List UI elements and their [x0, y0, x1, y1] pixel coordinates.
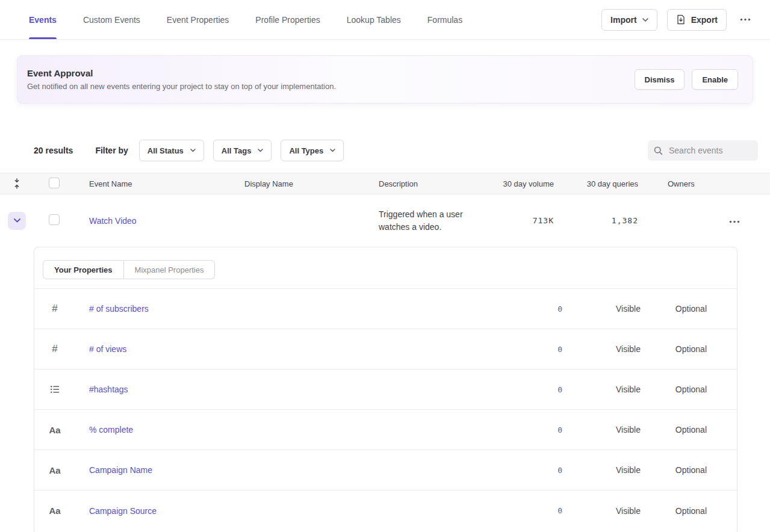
property-row: #hashtags 0 Visible Optional [34, 370, 737, 410]
list-type-icon [48, 385, 62, 394]
property-row: # # of subscribers 0 Visible Optional [34, 289, 737, 329]
property-visibility: Visible [562, 465, 641, 475]
property-visibility: Visible [562, 344, 641, 354]
tags-filter-label: All Tags [222, 146, 252, 155]
table-row: Watch Video Triggered when a user watche… [0, 194, 770, 247]
filter-by-label: Filter by [95, 146, 128, 155]
enable-button[interactable]: Enable [692, 69, 738, 90]
search-events-box [648, 140, 758, 161]
text-type-icon: Aa [48, 506, 62, 516]
ellipsis-icon [729, 220, 740, 223]
status-filter-label: All Status [147, 146, 184, 155]
types-filter-label: All Types [289, 146, 323, 155]
search-icon [654, 146, 663, 155]
chevron-down-icon [14, 218, 20, 223]
tab-event-properties[interactable]: Event Properties [167, 0, 229, 39]
select-all-checkbox[interactable] [49, 178, 60, 188]
chevron-down-icon [642, 18, 648, 22]
property-count: 0 [481, 506, 562, 515]
event-properties-panel: Your Properties Mixpanel Properties # # … [34, 247, 737, 532]
nav-actions: Import Export [601, 9, 754, 31]
event-approval-banner: Event Approval Get notified on all new e… [17, 55, 753, 104]
tab-lookup-tables[interactable]: Lookup Tables [347, 0, 401, 39]
property-name-link[interactable]: Campaign Name [75, 465, 481, 475]
results-count: 20 results [34, 146, 73, 155]
property-count: 0 [481, 466, 562, 475]
property-count: 0 [481, 385, 562, 394]
collapse-row-button[interactable] [8, 212, 26, 230]
property-requirement: Optional [641, 385, 737, 394]
property-count: 0 [481, 305, 562, 314]
column-header-owners[interactable]: Owners [638, 179, 704, 188]
row-checkbox[interactable] [49, 214, 60, 225]
events-table-header: Event Name Display Name Description 30 d… [0, 173, 770, 194]
text-type-icon: Aa [48, 465, 62, 475]
property-requirement: Optional [641, 425, 737, 435]
banner-actions: Dismiss Enable [635, 69, 739, 90]
import-button[interactable]: Import [601, 9, 657, 31]
number-type-icon: # [48, 303, 62, 315]
property-requirement: Optional [641, 465, 737, 475]
property-count: 0 [481, 345, 562, 354]
event-30-day-queries: 1,382 [554, 216, 638, 225]
export-button[interactable]: Export [667, 9, 727, 31]
chevron-down-icon [330, 149, 335, 152]
property-requirement: Optional [641, 304, 737, 314]
collapse-all-icon[interactable] [13, 178, 21, 189]
tab-events[interactable]: Events [29, 0, 57, 39]
property-requirement: Optional [641, 506, 737, 516]
property-visibility: Visible [562, 385, 641, 394]
event-name-link[interactable]: Watch Video [89, 216, 137, 226]
property-row: # # of views 0 Visible Optional [34, 329, 737, 370]
properties-tab-bar: Your Properties Mixpanel Properties [34, 247, 737, 289]
property-name-link[interactable]: #hashtags [75, 385, 481, 394]
banner-description: Get notified on all new events entering … [27, 82, 336, 91]
types-filter-dropdown[interactable]: All Types [281, 140, 344, 161]
property-name-link[interactable]: # of subscribers [75, 304, 481, 314]
ellipsis-icon [740, 18, 751, 21]
property-name-link[interactable]: Campaign Source [75, 506, 481, 516]
banner-text: Event Approval Get notified on all new e… [27, 68, 336, 91]
column-header-event-name[interactable]: Event Name [63, 179, 218, 188]
property-row: Aa Campaign Source 0 Visible Optional [34, 490, 737, 531]
chevron-down-icon [258, 149, 263, 152]
property-name-link[interactable]: % complete [75, 425, 481, 435]
property-row: Aa Campaign Name 0 Visible Optional [34, 450, 737, 490]
top-navigation: Events Custom Events Event Properties Pr… [0, 0, 770, 40]
property-count: 0 [481, 425, 562, 435]
property-name-link[interactable]: # of views [75, 344, 481, 354]
property-row: Aa % complete 0 Visible Optional [34, 410, 737, 450]
export-button-label: Export [691, 15, 718, 25]
event-description: Triggered when a user watches a video. [352, 208, 467, 234]
tab-mixpanel-properties[interactable]: Mixpanel Properties [124, 260, 216, 279]
import-button-label: Import [610, 15, 637, 25]
property-visibility: Visible [562, 506, 641, 516]
column-header-display-name[interactable]: Display Name [218, 179, 352, 188]
tab-profile-properties[interactable]: Profile Properties [255, 0, 320, 39]
dismiss-button[interactable]: Dismiss [635, 69, 685, 90]
property-requirement: Optional [641, 344, 737, 354]
tab-custom-events[interactable]: Custom Events [83, 0, 140, 39]
number-type-icon: # [48, 343, 62, 355]
tab-your-properties[interactable]: Your Properties [43, 260, 124, 279]
column-header-description[interactable]: Description [352, 179, 467, 188]
tab-formulas[interactable]: Formulas [427, 0, 462, 39]
banner-title: Event Approval [27, 68, 336, 78]
status-filter-dropdown[interactable]: All Status [139, 140, 204, 161]
filter-bar: 20 results Filter by All Status All Tags… [34, 140, 758, 161]
property-visibility: Visible [562, 425, 641, 435]
row-actions-button[interactable] [725, 218, 744, 226]
property-visibility: Visible [562, 304, 641, 314]
column-header-30-day-queries[interactable]: 30 day queries [554, 179, 638, 188]
text-type-icon: Aa [48, 425, 62, 435]
column-header-30-day-volume[interactable]: 30 day volume [467, 179, 554, 188]
search-input[interactable] [668, 145, 752, 156]
chevron-down-icon [190, 149, 196, 152]
nav-tab-bar: Events Custom Events Event Properties Pr… [29, 0, 462, 39]
export-csv-icon [676, 14, 686, 25]
event-30-day-volume: 713K [467, 216, 554, 225]
tags-filter-dropdown[interactable]: All Tags [213, 140, 272, 161]
more-options-button[interactable] [736, 16, 754, 23]
